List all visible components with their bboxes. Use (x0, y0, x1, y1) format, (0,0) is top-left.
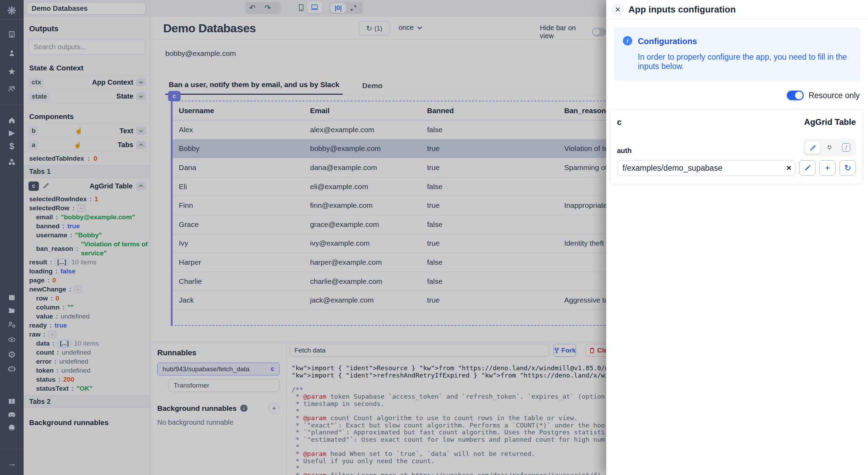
chevron-down-icon[interactable] (136, 127, 146, 135)
add-background-runnable-button[interactable]: + (269, 403, 279, 414)
ai-icon[interactable] (0, 362, 24, 375)
resource-only-toggle[interactable] (787, 91, 804, 100)
column-header[interactable]: Username (172, 107, 303, 115)
rail-divider (0, 19, 24, 20)
chevron-down-icon[interactable] (136, 92, 146, 100)
output-node-row[interactable]: b☝Text (24, 124, 150, 138)
connect-plug-icon[interactable] (822, 141, 837, 154)
settings-icon[interactable]: ⚙ (0, 348, 24, 361)
table-row[interactable]: Elieli@example.comfalse (172, 177, 608, 196)
eval-fx-icon[interactable]: f (839, 141, 853, 154)
column-header[interactable]: Email (303, 107, 420, 115)
folders-icon[interactable] (0, 304, 24, 317)
input-mode-group: f (803, 139, 856, 156)
email-text-component: bobby@example.com (165, 49, 236, 58)
app-title-input[interactable] (26, 2, 146, 15)
script-name-input[interactable] (289, 344, 550, 357)
audit-icon[interactable] (0, 333, 24, 346)
column-header[interactable]: Banned (420, 107, 557, 115)
table-cell: Dana (172, 163, 303, 172)
redo-icon[interactable]: ↷ (260, 2, 275, 14)
table-row[interactable]: Danadana@example.comtrueSpamming other u… (172, 158, 608, 177)
auth-field-label: auth (617, 147, 632, 156)
hand-pointer-icon[interactable]: ☝ (74, 141, 81, 149)
table-cell: true (420, 163, 557, 172)
building-icon[interactable] (0, 28, 24, 41)
output-node-row[interactable]: a☝Tabs (24, 138, 150, 152)
close-icon[interactable]: × (611, 3, 624, 16)
user-icon[interactable] (0, 46, 24, 60)
expand-icon[interactable] (346, 2, 361, 14)
table-cell: alex@example.com (303, 126, 420, 134)
table-row[interactable]: Harperharper@example.comfalse (172, 253, 608, 272)
fork-button[interactable]: Fork (553, 344, 576, 357)
undo-icon[interactable]: ↶ (245, 2, 260, 14)
runnable-item-transformer[interactable]: Transformer (168, 379, 279, 392)
static-mode-pencil-icon[interactable] (806, 141, 820, 154)
workers-icon[interactable] (0, 318, 24, 331)
runs-icon[interactable]: ▶ (0, 126, 24, 139)
search-outputs-input[interactable] (28, 39, 145, 55)
aggrid-table[interactable]: UsernameEmailBannedBan_reason Alexalex@e… (172, 101, 608, 325)
hide-bar-toggle[interactable] (592, 28, 606, 36)
resources-icon[interactable] (0, 155, 24, 169)
app-heading: Demo Databases (163, 22, 256, 35)
collapse-icon[interactable]: → (0, 457, 24, 470)
clear-input-icon[interactable]: × (786, 163, 791, 173)
home-icon[interactable] (0, 114, 24, 127)
object-viewer-row: count:undefined (24, 348, 150, 357)
card-component-id: c (617, 117, 621, 127)
edit-id-icon[interactable] (42, 182, 49, 190)
interval-dropdown[interactable]: once (399, 24, 423, 32)
output-node-row[interactable]: stateState (24, 89, 150, 103)
hand-pointer-icon[interactable]: ☝ (75, 127, 83, 135)
chevron-up-icon[interactable] (136, 182, 146, 190)
edit-resource-button[interactable] (799, 160, 816, 176)
refresh-button[interactable]: ↻(1) (359, 21, 390, 35)
schedules-icon[interactable] (0, 291, 24, 304)
table-cell: finn@example.com (303, 201, 420, 210)
chevron-down-icon[interactable] (136, 78, 146, 86)
tabs1-section-header[interactable]: Tabs 1 (24, 165, 150, 178)
code-content[interactable]: "kw">import { "ident">Resource } "kw">fr… (287, 361, 606, 475)
mobile-icon[interactable] (293, 2, 309, 14)
table-row[interactable]: Jackjack@example.comtrueAggressive towar… (172, 291, 608, 310)
fork-icon (554, 347, 560, 354)
selected-table-component[interactable]: c UsernameEmailBannedBan_reason Alexalex… (171, 101, 609, 326)
desktop-icon[interactable] (307, 1, 322, 13)
output-object-viewer: selectedRowIndex:1selectedRow:-email:"bo… (24, 194, 150, 395)
output-node-row[interactable]: ctxApp Context (24, 75, 150, 89)
table-row[interactable]: Gracegrace@example.comfalse (172, 215, 608, 234)
resource-path-input[interactable] (617, 160, 795, 176)
docs-icon[interactable] (0, 395, 24, 408)
star-icon[interactable]: ★ (0, 65, 24, 78)
code-line: * @param token Supabase `access_token` a… (292, 393, 606, 400)
app-tab-0[interactable]: Ban a user, notify them by email, and us… (165, 80, 343, 95)
tabs2-section-header[interactable]: Tabs 2 (24, 395, 150, 408)
object-viewer-row: statusText:"OK" (24, 384, 150, 393)
component-id-badge: c (28, 181, 39, 191)
table-row[interactable]: Ivyivy@example.comtrueIdentity theft (172, 234, 608, 253)
table-cell: Bobby (172, 144, 303, 153)
refresh-resource-button[interactable]: ↻ (840, 160, 856, 176)
table-row[interactable]: Bobbybobby@example.comtrueViolation of t… (172, 139, 608, 159)
clear-button[interactable]: Clear (586, 344, 606, 357)
table-row[interactable]: Charliecharlie@example.comfalse (172, 272, 608, 291)
variables-icon[interactable]: $ (0, 139, 24, 153)
github-icon[interactable] (0, 421, 24, 434)
aggrid-component-row[interactable]: c AgGrid Table (24, 178, 150, 194)
state-context-title: State & Context (29, 64, 144, 72)
runnable-item-fetch-data[interactable]: hub/943/supabase/fetch_data c (157, 363, 279, 375)
add-resource-button[interactable]: + (819, 160, 836, 176)
table-cell: bobby@example.com (303, 144, 420, 153)
code-line: * timestamp in seconds. (292, 400, 606, 408)
discord-icon[interactable] (0, 408, 24, 421)
code-line: * (292, 465, 606, 472)
table-row[interactable]: Finnfinn@example.comtrueInappropriate be… (172, 196, 608, 215)
team-icon[interactable] (0, 82, 24, 95)
align-icon[interactable]: |0| (331, 3, 346, 13)
chevron-up-icon[interactable] (136, 141, 146, 149)
column-header[interactable]: Ban_reason (557, 107, 608, 115)
app-tab-1[interactable]: Demo (359, 82, 386, 95)
table-row[interactable]: Alexalex@example.comfalse (172, 120, 608, 139)
